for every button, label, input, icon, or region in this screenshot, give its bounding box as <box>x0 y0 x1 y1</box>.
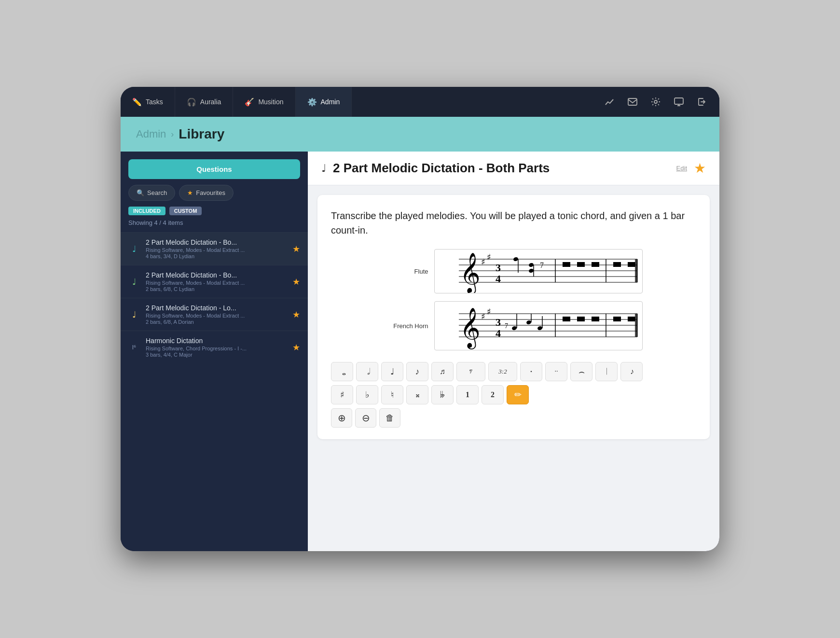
rest-triplet-btn[interactable]: 𝄾7 <box>456 362 485 381</box>
whole-note-btn[interactable]: 𝅝 <box>331 362 353 381</box>
item-icon-3: ♩ <box>128 309 140 320</box>
logout-icon-btn[interactable] <box>692 92 712 111</box>
svg-rect-52 <box>613 317 621 321</box>
nav-icons <box>592 87 719 117</box>
svg-text:4: 4 <box>496 273 501 285</box>
item-star-3[interactable]: ★ <box>292 309 300 320</box>
delete-btn[interactable]: 🗑 <box>379 408 400 428</box>
french-horn-label: French Horn <box>385 322 428 330</box>
natural-btn[interactable]: ♮ <box>381 385 403 404</box>
pencil-btn[interactable]: ✏ <box>507 385 529 404</box>
content-panel: ♩ 2 Part Melodic Dictation - Both Parts … <box>308 152 719 551</box>
svg-rect-26 <box>613 262 621 267</box>
content-favourite-star[interactable]: ★ <box>694 160 706 176</box>
questions-button[interactable]: Questions <box>128 159 300 179</box>
svg-text:7: 7 <box>505 322 508 330</box>
tag-custom[interactable]: CUSTOM <box>169 207 202 215</box>
musition-icon: 🎸 <box>245 97 254 107</box>
french-horn-staff-svg: 𝄞 ♯ ♯ 3 4 7 <box>435 302 642 350</box>
search-row: 🔍 Search ★ Favourites <box>121 185 308 207</box>
nav-tab-admin[interactable]: ⚙️ Admin <box>296 87 352 117</box>
settings-icon-btn[interactable] <box>646 92 665 111</box>
svg-rect-22 <box>563 262 570 267</box>
item-title-4: Harmonic Dictation <box>146 337 287 345</box>
question-text: Transcribe the played melodies. You will… <box>331 208 696 237</box>
nav-tab-musition[interactable]: 🎸 Musition <box>233 87 295 117</box>
zoom-out-btn[interactable]: ⊖ <box>355 408 376 428</box>
barline-btn[interactable]: 𝄀 <box>595 362 618 381</box>
breadcrumb-parent[interactable]: Admin <box>136 128 166 140</box>
list-item[interactable]: ♩ 2 Part Melodic Dictation - Bo... Risin… <box>121 232 308 265</box>
device-frame: ✏️ Tasks 🎧 Auralia 🎸 Musition ⚙️ Admin <box>121 87 719 551</box>
voice-1-btn[interactable]: 1 <box>456 385 479 404</box>
dot-btn[interactable]: · <box>520 362 542 381</box>
svg-point-17 <box>528 263 534 267</box>
tag-included[interactable]: INCLUDED <box>128 207 165 215</box>
search-icon: 🔍 <box>137 189 144 196</box>
item-icon-1: ♩ <box>128 244 140 254</box>
nav-tab-auralia[interactable]: 🎧 Auralia <box>175 87 234 117</box>
item-content-2: 2 Part Melodic Dictation - Bo... Rising … <box>146 271 287 292</box>
content-body: Transcribe the played melodies. You will… <box>308 185 719 551</box>
flute-staff: 𝄞 ♯ ♯ 3 4 <box>434 249 643 293</box>
favourites-star-icon: ★ <box>187 189 193 196</box>
voice-2-btn[interactable]: 2 <box>482 385 504 404</box>
double-flat-btn[interactable]: 𝄫 <box>431 385 454 404</box>
item-title-2: 2 Part Melodic Dictation - Bo... <box>146 271 287 279</box>
display-icon <box>674 97 684 106</box>
svg-rect-50 <box>592 317 599 321</box>
sixteenth-note-btn[interactable]: ♬ <box>431 362 454 381</box>
auralia-label: Auralia <box>200 98 221 106</box>
nav-tab-tasks[interactable]: ✏️ Tasks <box>121 87 175 117</box>
svg-point-43 <box>526 320 532 325</box>
eighth-note-btn[interactable]: ♪ <box>406 362 428 381</box>
showing-count: Showing 4 / 4 items <box>121 219 308 232</box>
item-star-1[interactable]: ★ <box>292 244 300 254</box>
score-notation: Flute 𝄞 <box>331 249 696 350</box>
admin-label: Admin <box>321 98 340 106</box>
double-dot-btn[interactable]: ·· <box>545 362 567 381</box>
tasks-label: Tasks <box>146 98 163 106</box>
favourites-button[interactable]: ★ Favourites <box>179 185 234 201</box>
display-icon-btn[interactable] <box>669 92 689 111</box>
half-note-btn[interactable]: 𝅗𝅥 <box>356 362 378 381</box>
item-star-4[interactable]: ★ <box>292 342 300 353</box>
item-subtitle-1: Rising Software, Modes - Modal Extract .… <box>146 247 287 253</box>
svg-point-40 <box>511 326 517 331</box>
svg-rect-49 <box>577 317 585 321</box>
search-button[interactable]: 🔍 Search <box>128 185 175 201</box>
zoom-in-btn[interactable]: ⊕ <box>331 408 352 428</box>
logout-icon <box>697 97 707 107</box>
item-star-2[interactable]: ★ <box>292 277 300 287</box>
item-subtitle-4: Rising Software, Chord Progressions - I … <box>146 346 287 351</box>
sidebar: Questions 🔍 Search ★ Favourites INCLUDED… <box>121 152 308 551</box>
list-item[interactable]: ♩ 2 Part Melodic Dictation - Lo... Risin… <box>121 298 308 331</box>
toolbar-row-2: ♯ ♭ ♮ 𝄪 𝄫 1 2 ✏ <box>331 385 696 404</box>
svg-text:𝄞: 𝄞 <box>460 253 481 293</box>
double-sharp-btn[interactable]: 𝄪 <box>406 385 428 404</box>
svg-text:♯: ♯ <box>481 312 485 321</box>
breadcrumb-current: Library <box>179 126 224 142</box>
mail-icon <box>628 97 637 106</box>
svg-rect-48 <box>563 317 570 321</box>
list-item[interactable]: ♩ 2 Part Melodic Dictation - Bo... Risin… <box>121 265 308 298</box>
quarter-note-btn[interactable]: ♩ <box>381 362 403 381</box>
analytics-icon-btn[interactable] <box>600 92 619 111</box>
item-detail-2: 2 bars, 6/8, C Lydian <box>146 286 287 292</box>
list-item[interactable]: I⁶ Harmonic Dictation Rising Software, C… <box>121 331 308 363</box>
svg-text:𝄞: 𝄞 <box>460 308 481 349</box>
svg-rect-24 <box>592 262 599 267</box>
admin-icon: ⚙️ <box>307 97 317 107</box>
slur-btn[interactable]: ⌢ <box>570 362 592 381</box>
mail-icon-btn[interactable] <box>623 92 642 111</box>
search-label: Search <box>147 189 167 196</box>
tremolo-btn[interactable]: ♪ <box>620 362 643 381</box>
flute-staff-svg: 𝄞 ♯ ♯ 3 4 <box>435 250 642 293</box>
duplet-btn[interactable]: 3:2 <box>488 362 517 381</box>
edit-link[interactable]: Edit <box>676 165 687 172</box>
sharp-btn[interactable]: ♯ <box>331 385 353 404</box>
svg-text:♯: ♯ <box>481 257 485 267</box>
favourites-label: Favourites <box>196 189 225 196</box>
top-nav: ✏️ Tasks 🎧 Auralia 🎸 Musition ⚙️ Admin <box>121 87 719 117</box>
flat-btn[interactable]: ♭ <box>356 385 378 404</box>
